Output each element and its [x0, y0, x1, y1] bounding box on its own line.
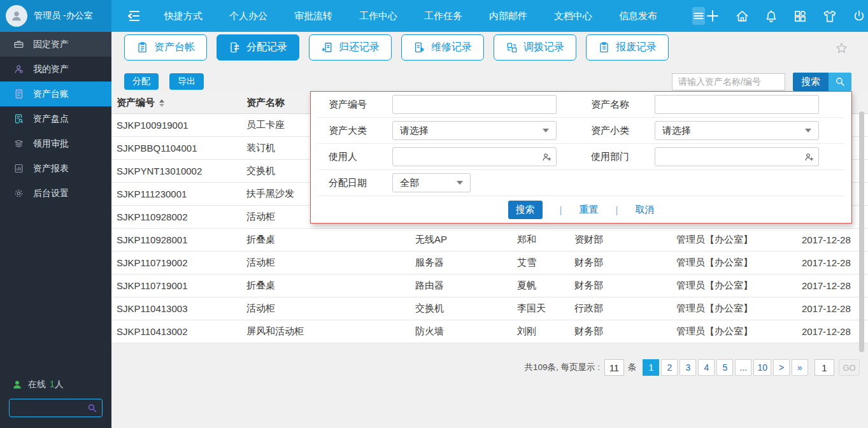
- sidebar-item-approval[interactable]: 领用审批: [0, 131, 111, 156]
- page-button[interactable]: »: [792, 359, 808, 376]
- topbar-user-area: 管理员 -办公室: [0, 0, 111, 32]
- export-button[interactable]: 导出: [169, 73, 204, 90]
- table-row[interactable]: SJKP110413002 屏风和活动柜 防火墙 刘刚 财务部 管理员【办公室】…: [111, 320, 868, 343]
- page-button[interactable]: >: [773, 359, 790, 376]
- panel-cancel-button[interactable]: 取消: [635, 204, 654, 216]
- department-input[interactable]: [655, 147, 819, 166]
- sort-icon[interactable]: [159, 99, 164, 107]
- quick-search-input[interactable]: [672, 73, 785, 90]
- goto-page-input[interactable]: [815, 359, 834, 376]
- subcategory-select[interactable]: 请选择: [655, 121, 819, 140]
- gear-icon: [13, 188, 24, 199]
- asset-name-label: 资产名称: [591, 99, 655, 111]
- theme-shirt-icon[interactable]: [822, 9, 837, 24]
- main-nav: 快捷方式 个人办公 审批流转 工作中心 工作任务 内部邮件 文档中心 信息发布: [151, 0, 671, 32]
- nav-item[interactable]: 审批流转: [281, 0, 346, 32]
- sidebar-item-settings[interactable]: 后台设置: [0, 181, 111, 206]
- table-row[interactable]: SJKP110928001 折叠桌 无线AP 郑和 资财部 管理员【办公室】 2…: [111, 229, 868, 252]
- topbar-actions: [705, 8, 868, 24]
- asset-no-input[interactable]: [392, 95, 557, 114]
- chevron-down-icon: [805, 129, 811, 132]
- sidebar-item-asset-ledger[interactable]: 资产台账: [0, 82, 111, 106]
- panel-search-button[interactable]: 搜索: [508, 201, 543, 219]
- cell-operator: 管理员【办公室】: [676, 325, 802, 338]
- quick-search-button[interactable]: 搜索: [793, 73, 829, 91]
- sidebar-item-asset-reports[interactable]: 资产报表: [0, 156, 111, 181]
- user-title: 管理员 -办公室: [34, 10, 93, 22]
- briefcase-icon: [13, 39, 24, 50]
- vertical-scrollbar[interactable]: [859, 111, 864, 352]
- advanced-search-button[interactable]: [829, 73, 851, 91]
- table-row[interactable]: SJKP110413003 活动柜 交换机 李国天 行政部 管理员【办公室】 2…: [111, 297, 868, 320]
- cell-device: 交换机: [415, 303, 517, 315]
- document-return-icon: [321, 41, 333, 54]
- page-button[interactable]: 10: [753, 359, 771, 376]
- tab-asset-ledger[interactable]: 资产台帐: [124, 34, 207, 61]
- user-avatar[interactable]: [6, 5, 27, 27]
- page-button[interactable]: 5: [716, 359, 733, 376]
- panel-row-4: 分配日期 全部: [318, 170, 844, 196]
- cell-user: 郑和: [517, 234, 574, 246]
- collapse-menu-icon[interactable]: [126, 9, 143, 23]
- apps-grid-icon[interactable]: [793, 9, 808, 24]
- user-input[interactable]: [392, 147, 557, 166]
- person-add-icon[interactable]: [541, 152, 552, 162]
- page-list: 1 2 3 4 5 ... 10 > »: [643, 359, 808, 376]
- sidebar-item-asset-inventory[interactable]: 资产盘点: [0, 106, 111, 131]
- sidebar-item-label: 资产报表: [33, 163, 69, 175]
- person-icon: [10, 9, 24, 23]
- nav-item[interactable]: 快捷方式: [151, 0, 216, 32]
- nav-item[interactable]: 个人办公: [216, 0, 281, 32]
- tab-transfer-records[interactable]: 调拨记录: [494, 34, 576, 61]
- tab-return-records[interactable]: 归还记录: [309, 34, 392, 61]
- online-count: 1: [50, 379, 55, 389]
- nav-item[interactable]: 文档中心: [541, 0, 606, 32]
- cell-user: 夏帆: [517, 280, 574, 292]
- sidebar-search-input[interactable]: [14, 403, 87, 413]
- table-toolbar: 分配 导出 搜索: [124, 73, 868, 90]
- cell-asset-no: SJKP110928001: [111, 234, 246, 245]
- table-row[interactable]: SJKP110719002 活动柜 服务器 艾雪 财务部 管理员【办公室】 20…: [111, 252, 868, 275]
- asset-name-input[interactable]: [655, 95, 819, 114]
- cell-operator: 管理员【办公室】: [676, 303, 802, 315]
- page-button[interactable]: 2: [661, 359, 678, 376]
- search-icon[interactable]: [87, 403, 97, 413]
- tab-repair-records[interactable]: 维修记录: [401, 34, 484, 61]
- cell-asset-no: SJKP110719001: [111, 280, 246, 291]
- go-button[interactable]: GO: [839, 359, 860, 376]
- panel-reset-button[interactable]: 重置: [580, 204, 599, 216]
- tab-label: 报废记录: [616, 41, 657, 54]
- sidebar-item-my-assets[interactable]: 我的资产: [0, 57, 111, 82]
- cell-asset-name: 活动柜: [246, 303, 415, 315]
- category-select[interactable]: 请选择: [392, 121, 557, 140]
- sidebar-item-fixed-assets[interactable]: 固定资产: [0, 32, 111, 57]
- nav-item[interactable]: 内部邮件: [476, 0, 541, 32]
- sidebar-search-box: [9, 399, 103, 417]
- cell-asset-name: 屏风和活动柜: [246, 325, 415, 338]
- clipboard-icon: [598, 41, 610, 54]
- header-asset-no[interactable]: 资产编号: [111, 97, 246, 109]
- tab-assign-records[interactable]: 分配记录: [217, 34, 299, 61]
- table-row[interactable]: SJKP110719001 折叠桌 路由器 夏帆 财务部 管理员【办公室】 20…: [111, 275, 868, 297]
- page-button[interactable]: 3: [679, 359, 696, 376]
- nav-item[interactable]: 信息发布: [606, 0, 671, 32]
- more-menu-button[interactable]: [692, 7, 705, 25]
- page-button[interactable]: ...: [735, 359, 751, 376]
- person-add-icon[interactable]: [804, 152, 815, 162]
- nav-item[interactable]: 工作任务: [411, 0, 476, 32]
- tab-scrap-records[interactable]: 报废记录: [586, 34, 669, 61]
- home-icon[interactable]: [735, 9, 750, 24]
- page-button[interactable]: 1: [643, 359, 659, 376]
- power-icon[interactable]: [852, 9, 866, 24]
- assign-button[interactable]: 分配: [124, 73, 159, 90]
- page-size-input[interactable]: [604, 359, 624, 376]
- favorite-star-icon[interactable]: [835, 41, 848, 55]
- page-button[interactable]: 4: [698, 359, 715, 376]
- nav-item[interactable]: 工作中心: [346, 0, 411, 32]
- asset-no-label: 资产编号: [329, 99, 392, 111]
- assign-date-select[interactable]: 全部: [392, 173, 471, 192]
- cell-department: 财务部: [574, 257, 676, 269]
- bell-icon[interactable]: [764, 9, 778, 24]
- plus-icon[interactable]: [705, 8, 720, 24]
- magnifier-icon: [834, 76, 846, 87]
